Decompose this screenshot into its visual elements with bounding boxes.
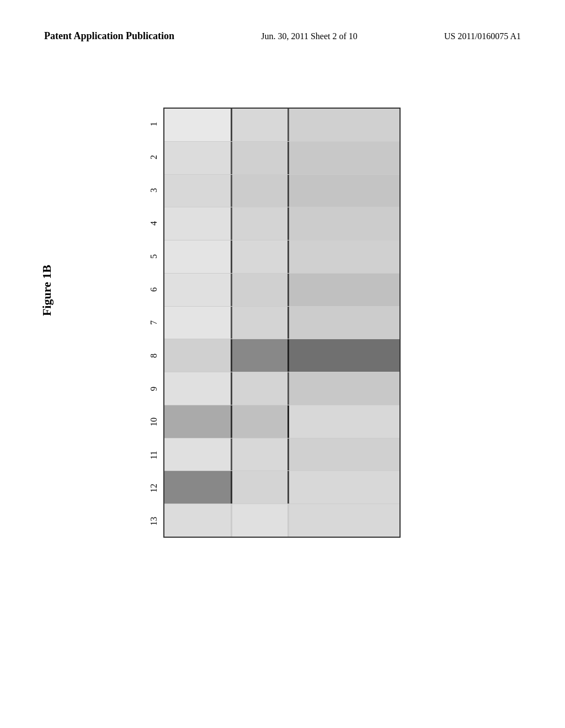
gel-section-1-0 <box>164 504 231 537</box>
gel-section-7-0 <box>164 307 231 339</box>
gel-section-9-2 <box>232 240 287 273</box>
gel-section-10-2 <box>232 207 287 240</box>
gel-section-12-4 <box>289 142 399 174</box>
gel-section-12-2 <box>232 142 287 174</box>
gel-section-12-0 <box>164 142 231 174</box>
gel-section-4-4 <box>289 405 399 438</box>
gel-row-11 <box>164 175 399 208</box>
gel-image <box>163 108 401 538</box>
lane-label-3: 3 <box>149 174 159 207</box>
gel-section-3-4 <box>289 438 399 471</box>
gel-section-8-2 <box>232 274 287 306</box>
gel-row-5 <box>164 372 399 405</box>
gel-section-11-4 <box>289 175 399 207</box>
gel-section-5-2 <box>232 372 287 405</box>
gel-section-8-0 <box>164 274 231 306</box>
gel-section-13-4 <box>289 109 399 141</box>
publication-number: US 2011/0160075 A1 <box>444 31 521 41</box>
gel-section-4-0 <box>164 405 231 438</box>
lane-label-2: 2 <box>149 141 159 174</box>
gel-section-8-4 <box>289 274 399 306</box>
gel-row-13 <box>164 109 399 142</box>
lane-label-13: 13 <box>149 505 159 538</box>
gel-row-7 <box>164 307 399 340</box>
gel-row-2 <box>164 471 399 504</box>
gel-section-11-2 <box>232 175 287 207</box>
gel-section-9-0 <box>164 240 231 273</box>
gel-section-11-0 <box>164 175 231 207</box>
gel-section-7-2 <box>232 307 287 339</box>
page-header: Patent Application Publication Jun. 30, … <box>0 30 565 42</box>
gel-section-13-0 <box>164 109 231 141</box>
gel-row-10 <box>164 207 399 240</box>
lane-label-4: 4 <box>149 207 159 240</box>
lane-label-7: 7 <box>149 306 159 339</box>
figure-container: 13121110987654321 <box>149 108 401 538</box>
gel-section-5-4 <box>289 372 399 405</box>
gel-section-2-0 <box>164 471 231 504</box>
publication-date-sheet: Jun. 30, 2011 Sheet 2 of 10 <box>261 31 358 41</box>
figure-label: Figure 1B <box>40 265 54 316</box>
gel-section-13-2 <box>232 109 287 141</box>
lane-label-9: 9 <box>149 372 159 405</box>
gel-section-6-4 <box>289 339 399 372</box>
gel-row-12 <box>164 142 399 175</box>
lane-label-5: 5 <box>149 240 159 273</box>
publication-title: Patent Application Publication <box>44 30 174 42</box>
gel-section-9-4 <box>289 240 399 273</box>
gel-section-2-4 <box>289 471 399 504</box>
gel-section-10-0 <box>164 207 231 240</box>
gel-section-4-2 <box>232 405 287 438</box>
lane-label-11: 11 <box>149 438 159 472</box>
lane-label-10: 10 <box>149 405 159 438</box>
gel-section-7-4 <box>289 307 399 339</box>
gel-row-4 <box>164 405 399 438</box>
gel-row-6 <box>164 339 399 372</box>
gel-section-10-4 <box>289 207 399 240</box>
gel-section-6-0 <box>164 339 231 372</box>
gel-section-1-2 <box>232 504 287 537</box>
lane-label-6: 6 <box>149 273 159 306</box>
gel-row-1 <box>164 504 399 537</box>
gel-row-3 <box>164 438 399 472</box>
lane-label-8: 8 <box>149 339 159 372</box>
gel-section-5-0 <box>164 372 231 405</box>
gel-section-6-2 <box>232 339 287 372</box>
lane-label-12: 12 <box>149 472 159 505</box>
lane-labels: 13121110987654321 <box>149 108 159 538</box>
gel-section-2-2 <box>232 471 287 504</box>
gel-section-3-2 <box>232 438 287 471</box>
gel-section-3-0 <box>164 438 231 471</box>
gel-row-9 <box>164 240 399 274</box>
lane-label-1: 1 <box>149 108 159 141</box>
gel-row-8 <box>164 274 399 307</box>
gel-section-1-4 <box>289 504 399 537</box>
